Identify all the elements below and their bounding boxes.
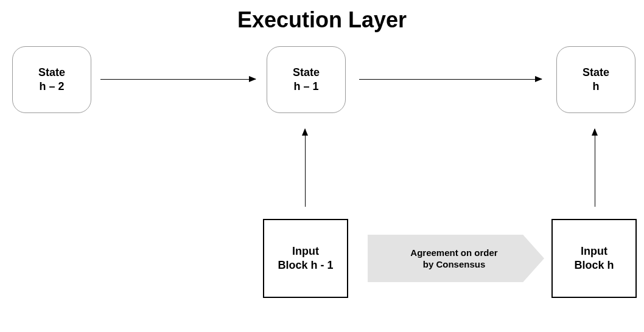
state-label: State — [38, 66, 65, 80]
state-h-minus-2-box: State h – 2 — [12, 46, 91, 113]
input-block-h-box: Input Block h — [551, 219, 637, 298]
input-sub: Block h — [574, 258, 614, 272]
arrow-h1-to-h — [359, 79, 542, 80]
state-sub: h — [593, 80, 600, 94]
input-label: Input — [292, 244, 319, 258]
arrow-h2-to-h1 — [100, 79, 256, 80]
diagram-title: Execution Layer — [0, 7, 644, 33]
state-sub: h – 2 — [39, 80, 64, 94]
state-label: State — [293, 66, 320, 80]
input-sub: Block h - 1 — [278, 258, 333, 272]
state-sub: h – 1 — [293, 80, 318, 94]
state-h-minus-1-box: State h – 1 — [267, 46, 346, 113]
input-label: Input — [581, 244, 607, 258]
agreement-banner: Agreement on order by Consensus — [368, 235, 544, 282]
input-block-h-minus-1-box: Input Block h - 1 — [263, 219, 348, 298]
arrow-input-h-to-state-h — [595, 129, 595, 207]
state-h-box: State h — [556, 46, 635, 113]
agreement-line1: Agreement on order — [410, 247, 497, 259]
agreement-line2: by Consensus — [410, 258, 497, 271]
arrow-input-h1-to-state-h1 — [305, 129, 306, 207]
state-label: State — [583, 66, 609, 80]
